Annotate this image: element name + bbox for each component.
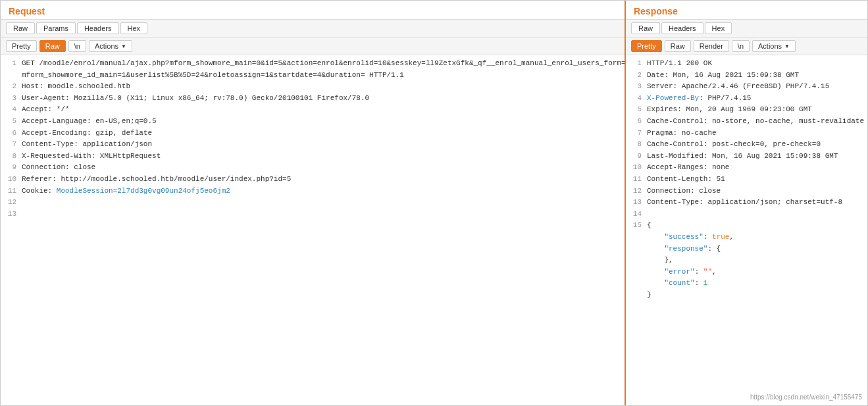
response-line-20: "count": 1 (631, 278, 862, 290)
response-tab-headers[interactable]: Headers (661, 22, 703, 34)
response-line-16: "success": true, (631, 232, 862, 243)
request-line-1b: mform_showmore_id_main=1&userlist%5B%5D=… (6, 70, 619, 82)
response-content: 1 HTTP/1.1 200 OK 2 Date: Mon, 16 Aug 20… (626, 55, 867, 405)
response-title: Response (626, 1, 867, 20)
main-container: Request Raw Params Headers Hex Pretty Ra… (0, 0, 868, 406)
response-line-5: 5 Expires: Mon, 20 Aug 1969 09:23:00 GMT (631, 104, 862, 116)
response-line-11: 11 Content-Length: 51 (631, 174, 862, 186)
request-line-12: 12 (6, 197, 619, 209)
response-line-19: "error": "", (631, 266, 862, 278)
request-tab-headers[interactable]: Headers (77, 22, 119, 34)
chevron-down-icon: ▼ (121, 43, 126, 49)
response-line-15: 15 { (631, 220, 862, 232)
request-panel: Request Raw Params Headers Hex Pretty Ra… (1, 1, 626, 405)
request-toolbar: Pretty Raw \n Actions ▼ (1, 38, 625, 55)
request-tab-params[interactable]: Params (36, 22, 76, 34)
response-line-2: 2 Date: Mon, 16 Aug 2021 15:09:38 GMT (631, 70, 862, 82)
response-pretty-btn[interactable]: Pretty (631, 40, 662, 52)
response-tab-raw[interactable]: Raw (631, 22, 660, 34)
response-line-7: 7 Pragma: no-cache (631, 128, 862, 140)
request-line-13: 13 (6, 209, 619, 220)
response-line-18: }, (631, 255, 862, 266)
response-tab-bar: Raw Headers Hex (626, 20, 867, 38)
request-line-8: 8 X-Requested-With: XMLHttpRequest (6, 151, 619, 163)
request-line-5: 5 Accept-Language: en-US,en;q=0.5 (6, 116, 619, 128)
response-line-3: 3 Server: Apache/2.4.46 (FreeBSD) PHP/7.… (631, 81, 862, 93)
response-line-9: 9 Last-Modified: Mon, 16 Aug 2021 15:09:… (631, 151, 862, 163)
response-line-10: 10 Accept-Ranges: none (631, 162, 862, 174)
response-panel: Response Raw Headers Hex Pretty Raw Rend… (626, 1, 867, 405)
request-actions-btn[interactable]: Actions ▼ (89, 40, 132, 52)
request-line-6: 6 Accept-Encoding: gzip, deflate (6, 128, 619, 140)
response-tab-hex[interactable]: Hex (705, 22, 732, 34)
request-line-2: 2 Host: moodle.schooled.htb (6, 81, 619, 93)
request-line-7: 7 Content-Type: application/json (6, 139, 619, 151)
response-line-4: 4 X-Powered-By: PHP/7.4.15 (631, 93, 862, 105)
request-line-4: 4 Accept: */* (6, 104, 619, 116)
response-line-8: 8 Cache-Control: post-check=0, pre-check… (631, 139, 862, 151)
response-line-6: 6 Cache-Control: no-store, no-cache, mus… (631, 116, 862, 128)
response-line-13: 13 Content-Type: application/json; chars… (631, 197, 862, 209)
request-line-10: 10 Referer: http://moodle.schooled.htb/m… (6, 174, 619, 186)
request-content: 1 GET /moodle/enrol/manual/ajax.php?mfor… (1, 55, 625, 405)
response-raw-btn[interactable]: Raw (665, 40, 691, 52)
request-line-1: 1 GET /moodle/enrol/manual/ajax.php?mfor… (6, 58, 619, 70)
request-line-3: 3 User-Agent: Mozilla/5.0 (X11; Linux x8… (6, 93, 619, 105)
response-line-17: "response": { (631, 243, 862, 255)
watermark: https://blog.csdn.net/weixin_47155475 (750, 392, 862, 403)
request-raw-btn[interactable]: Raw (39, 40, 66, 52)
response-line-21: } (631, 290, 862, 301)
request-line-11: 11 Cookie: MoodleSession=2l7dd3g0vg09un2… (6, 186, 619, 197)
request-pretty-btn[interactable]: Pretty (6, 40, 37, 52)
response-line-1: 1 HTTP/1.1 200 OK (631, 58, 862, 70)
request-tab-hex[interactable]: Hex (120, 22, 148, 34)
request-line-9: 9 Connection: close (6, 162, 619, 174)
request-tab-bar: Raw Params Headers Hex (1, 20, 625, 38)
response-actions-btn[interactable]: Actions ▼ (752, 40, 796, 52)
chevron-down-icon: ▼ (784, 43, 790, 49)
response-line-14: 14 (631, 209, 862, 220)
request-tab-raw[interactable]: Raw (6, 22, 35, 34)
response-toolbar: Pretty Raw Render \n Actions ▼ (626, 38, 867, 55)
response-in-btn[interactable]: \n (732, 40, 750, 52)
request-in-btn[interactable]: \n (68, 40, 86, 52)
request-title: Request (1, 1, 625, 20)
response-line-12: 12 Connection: close (631, 186, 862, 197)
response-render-btn[interactable]: Render (694, 40, 729, 52)
